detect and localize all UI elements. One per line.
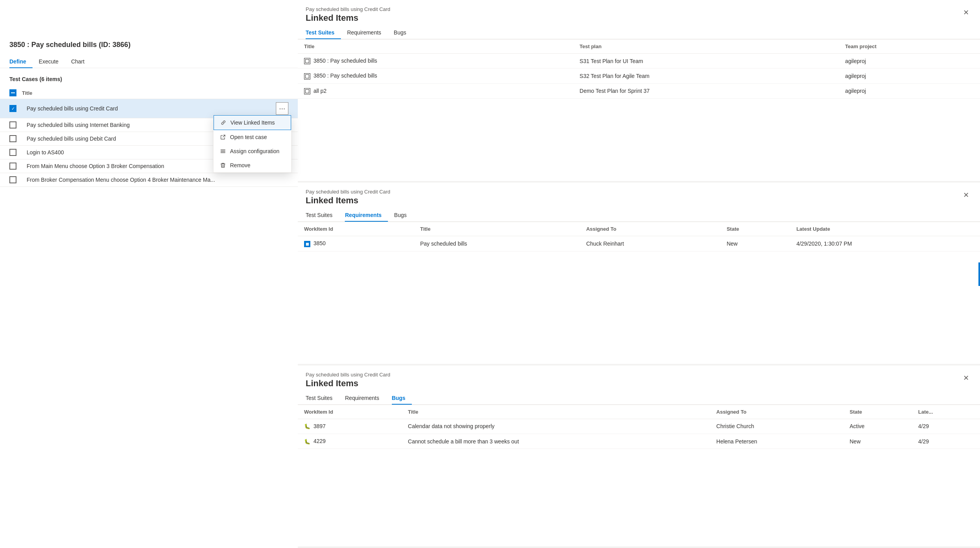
panel-2-title: Linked Items bbox=[306, 195, 390, 206]
context-menu-item-remove[interactable]: Remove bbox=[214, 158, 291, 172]
bug-icon: 🐛 bbox=[304, 438, 310, 445]
panel-3-row: 🐛 4229 Cannot schedule a bill more than … bbox=[298, 434, 980, 449]
trash-icon bbox=[220, 162, 226, 168]
panel-1-header-text: Pay scheduled bills using Credit Card Li… bbox=[306, 6, 390, 23]
panel-3-tab-requirements[interactable]: Requirements bbox=[345, 392, 385, 404]
panel-2-tab-testsuites[interactable]: Test Suites bbox=[306, 209, 339, 221]
col-state: State bbox=[843, 405, 912, 419]
panel-1-row: 3850 : Pay scheduled bills S31 Test Plan… bbox=[298, 54, 980, 69]
panel-2-table-wrapper: WorkItem Id Title Assigned To State Late… bbox=[298, 222, 980, 251]
tab-execute[interactable]: Execute bbox=[39, 55, 65, 68]
row-checkbox[interactable] bbox=[9, 176, 16, 183]
context-menu-item-assign-config[interactable]: Assign configuration bbox=[214, 144, 291, 158]
panel-1-cell-testplan: S32 Test Plan for Agile Team bbox=[573, 69, 839, 83]
suite-icon bbox=[304, 58, 310, 64]
row-title: From Broker Compensation Menu choose Opt… bbox=[27, 177, 288, 183]
panel-1-header: Pay scheduled bills using Credit Card Li… bbox=[298, 0, 980, 23]
linked-items-panel-1: Pay scheduled bills using Credit Card Li… bbox=[298, 0, 980, 181]
panel-3-tab-bugs[interactable]: Bugs bbox=[392, 392, 412, 404]
panel-1-title: Linked Items bbox=[306, 13, 390, 23]
row-actions-button[interactable]: ⋯ bbox=[276, 102, 288, 115]
suite-icon bbox=[304, 73, 310, 80]
panel-1-cell-testplan: S31 Test Plan for UI Team bbox=[573, 54, 839, 69]
workitem-icon: ▦ bbox=[304, 241, 310, 247]
row-checkbox[interactable] bbox=[9, 135, 16, 142]
row-title: Pay scheduled bills using Credit Card bbox=[27, 105, 276, 112]
panel-1-cell-title: 3850 : Pay scheduled bills bbox=[298, 69, 573, 83]
panel-3-cell-assigned: Helena Petersen bbox=[710, 434, 843, 449]
panel-3-cell-state: Active bbox=[843, 419, 912, 434]
panel-3-close-button[interactable]: ✕ bbox=[960, 372, 972, 384]
panel-2-tab-requirements[interactable]: Requirements bbox=[345, 209, 388, 221]
panel-2-header-text: Pay scheduled bills using Credit Card Li… bbox=[306, 189, 390, 206]
col-title: Title bbox=[414, 222, 580, 236]
panel-1-cell-teamproject: agileproj bbox=[839, 83, 980, 98]
indeterminate-checkbox[interactable] bbox=[9, 89, 16, 96]
row-checkbox[interactable] bbox=[9, 105, 16, 112]
left-panel: 3850 : Pay scheduled bills (ID: 3866) De… bbox=[0, 0, 298, 548]
panel-2-subtitle: Pay scheduled bills using Credit Card bbox=[306, 189, 390, 195]
panel-3-header-text: Pay scheduled bills using Credit Card Li… bbox=[306, 372, 390, 389]
panel-1-row: all p2 Demo Test Plan for Sprint 37 agil… bbox=[298, 83, 980, 98]
row-checkbox[interactable] bbox=[9, 149, 16, 156]
panel-3-cell-title: Calendar data not showing properly bbox=[402, 419, 710, 434]
page-title: 3850 : Pay scheduled bills (ID: 3866) bbox=[0, 9, 298, 55]
linked-items-panel-3: Pay scheduled bills using Credit Card Li… bbox=[298, 365, 980, 546]
table-row[interactable]: Pay scheduled bills using Credit Card ⋯ … bbox=[0, 99, 298, 118]
row-checkbox[interactable] bbox=[9, 163, 16, 170]
panel-1-tab-requirements[interactable]: Requirements bbox=[347, 26, 388, 39]
panel-3-cell-update: 4/29 bbox=[912, 419, 980, 434]
panel-1-cell-testplan: Demo Test Plan for Sprint 37 bbox=[573, 83, 839, 98]
col-workitem-id: WorkItem Id bbox=[298, 405, 402, 419]
panel-3-header: Pay scheduled bills using Credit Card Li… bbox=[298, 365, 980, 389]
test-cases-header: Test Cases (6 items) bbox=[0, 68, 298, 87]
open-icon bbox=[220, 134, 226, 140]
svg-rect-0 bbox=[221, 150, 225, 150]
col-assigned-to: Assigned To bbox=[580, 222, 721, 236]
panel-1-row: 3850 : Pay scheduled bills S32 Test Plan… bbox=[298, 69, 980, 83]
panel-1-tab-bugs[interactable]: Bugs bbox=[394, 26, 413, 39]
col-latest-update: Latest Update bbox=[790, 222, 980, 236]
tab-chart[interactable]: Chart bbox=[71, 55, 91, 68]
col-state: State bbox=[720, 222, 790, 236]
context-menu-item-open-test[interactable]: Open test case bbox=[214, 130, 291, 144]
panel-2-header: Pay scheduled bills using Credit Card Li… bbox=[298, 183, 980, 206]
panel-3-tab-testsuites[interactable]: Test Suites bbox=[306, 392, 339, 404]
panel-2-tab-bugs[interactable]: Bugs bbox=[394, 209, 413, 221]
panel-1-tabs: Test Suites Requirements Bugs bbox=[298, 26, 980, 39]
table-row[interactable]: From Broker Compensation Menu choose Opt… bbox=[0, 173, 298, 187]
panel-3-row: 🐛 3897 Calendar data not showing properl… bbox=[298, 419, 980, 434]
panel-1-cell-title: all p2 bbox=[298, 83, 573, 98]
panel-3-cell-title: Cannot schedule a bill more than 3 weeks… bbox=[402, 434, 710, 449]
panel-2-cell-workitemid: ▦ 3850 bbox=[298, 236, 414, 251]
panel-1-cell-title: 3850 : Pay scheduled bills bbox=[298, 54, 573, 69]
panel-3-table-wrapper: WorkItem Id Title Assigned To State Late… bbox=[298, 405, 980, 449]
panel-3-cell-workitemid: 🐛 3897 bbox=[298, 419, 402, 434]
col-testplan: Test plan bbox=[573, 40, 839, 54]
link-icon bbox=[220, 119, 226, 126]
context-menu-item-view-linked[interactable]: View Linked Items bbox=[214, 115, 291, 130]
panel-1-table: Title Test plan Team project 3850 : Pay … bbox=[298, 40, 980, 99]
title-column-header: Title bbox=[22, 90, 288, 96]
panel-1-cell-teamproject: agileproj bbox=[839, 69, 980, 83]
col-title: Title bbox=[402, 405, 710, 419]
panel-1-cell-teamproject: agileproj bbox=[839, 54, 980, 69]
panel-2-tabs: Test Suites Requirements Bugs bbox=[298, 209, 980, 222]
open-test-label: Open test case bbox=[230, 134, 267, 140]
select-all-checkbox[interactable] bbox=[9, 89, 22, 96]
col-assigned-to: Assigned To bbox=[710, 405, 843, 419]
panel-3-subtitle: Pay scheduled bills using Credit Card bbox=[306, 372, 390, 378]
row-checkbox[interactable] bbox=[9, 121, 16, 128]
assign-config-label: Assign configuration bbox=[230, 148, 279, 154]
list-icon bbox=[220, 148, 226, 154]
panel-2-close-button[interactable]: ✕ bbox=[960, 189, 972, 201]
panel-3-cell-workitemid: 🐛 4229 bbox=[298, 434, 402, 449]
panel-2-cell-update: 4/29/2020, 1:30:07 PM bbox=[790, 236, 980, 251]
tab-define[interactable]: Define bbox=[9, 55, 33, 68]
panel-2-table: WorkItem Id Title Assigned To State Late… bbox=[298, 222, 980, 251]
panel-1-table-wrapper: Title Test plan Team project 3850 : Pay … bbox=[298, 39, 980, 99]
panel-3-tabs: Test Suites Requirements Bugs bbox=[298, 392, 980, 405]
panel-2-cell-assigned: Chuck Reinhart bbox=[580, 236, 721, 251]
panel-1-tab-testsuites[interactable]: Test Suites bbox=[306, 26, 341, 39]
panel-1-close-button[interactable]: ✕ bbox=[960, 6, 972, 19]
